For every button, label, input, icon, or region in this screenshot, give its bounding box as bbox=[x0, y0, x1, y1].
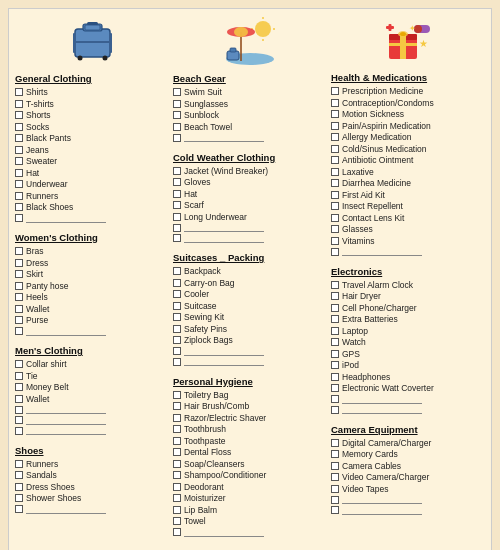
checkbox[interactable] bbox=[15, 88, 23, 96]
checkbox[interactable] bbox=[173, 267, 181, 275]
checkbox[interactable] bbox=[173, 201, 181, 209]
checkbox[interactable] bbox=[15, 270, 23, 278]
checkbox[interactable] bbox=[173, 528, 181, 536]
checkbox[interactable] bbox=[15, 305, 23, 313]
checkbox[interactable] bbox=[15, 123, 23, 131]
checkbox[interactable] bbox=[15, 169, 23, 177]
checkbox[interactable] bbox=[331, 202, 339, 210]
checkbox[interactable] bbox=[331, 450, 339, 458]
checkbox[interactable] bbox=[331, 384, 339, 392]
checkbox[interactable] bbox=[173, 290, 181, 298]
checkbox[interactable] bbox=[173, 234, 181, 242]
checkbox[interactable] bbox=[15, 100, 23, 108]
checkbox[interactable] bbox=[173, 402, 181, 410]
checkbox[interactable] bbox=[173, 190, 181, 198]
checkbox[interactable] bbox=[331, 496, 339, 504]
checkbox[interactable] bbox=[15, 293, 23, 301]
checkbox[interactable] bbox=[331, 156, 339, 164]
checkbox[interactable] bbox=[331, 122, 339, 130]
checkbox[interactable] bbox=[173, 437, 181, 445]
checkbox[interactable] bbox=[15, 247, 23, 255]
checkbox[interactable] bbox=[15, 383, 23, 391]
checkbox[interactable] bbox=[331, 327, 339, 335]
checkbox[interactable] bbox=[173, 88, 181, 96]
checkbox[interactable] bbox=[331, 315, 339, 323]
checkbox[interactable] bbox=[173, 325, 181, 333]
checkbox[interactable] bbox=[15, 483, 23, 491]
checkbox[interactable] bbox=[15, 372, 23, 380]
checkbox[interactable] bbox=[331, 225, 339, 233]
checkbox[interactable] bbox=[15, 111, 23, 119]
checkbox[interactable] bbox=[173, 123, 181, 131]
checkbox[interactable] bbox=[331, 292, 339, 300]
checkbox[interactable] bbox=[331, 462, 339, 470]
checkbox[interactable] bbox=[15, 427, 23, 435]
checkbox[interactable] bbox=[331, 168, 339, 176]
checkbox[interactable] bbox=[15, 134, 23, 142]
checkbox[interactable] bbox=[173, 391, 181, 399]
checkbox[interactable] bbox=[173, 425, 181, 433]
checkbox[interactable] bbox=[15, 214, 23, 222]
checkbox[interactable] bbox=[331, 281, 339, 289]
checkbox[interactable] bbox=[331, 506, 339, 514]
checkbox[interactable] bbox=[173, 494, 181, 502]
checkbox[interactable] bbox=[173, 213, 181, 221]
checkbox[interactable] bbox=[331, 237, 339, 245]
checkbox[interactable] bbox=[173, 358, 181, 366]
checkbox[interactable] bbox=[173, 448, 181, 456]
checkbox[interactable] bbox=[173, 483, 181, 491]
checkbox[interactable] bbox=[331, 406, 339, 414]
checkbox[interactable] bbox=[173, 471, 181, 479]
checkbox[interactable] bbox=[173, 517, 181, 525]
checkbox[interactable] bbox=[331, 473, 339, 481]
checkbox[interactable] bbox=[331, 361, 339, 369]
checkbox[interactable] bbox=[173, 336, 181, 344]
checkbox[interactable] bbox=[15, 494, 23, 502]
checkbox[interactable] bbox=[15, 360, 23, 368]
checkbox[interactable] bbox=[173, 167, 181, 175]
checkbox[interactable] bbox=[331, 87, 339, 95]
checkbox[interactable] bbox=[15, 192, 23, 200]
checkbox[interactable] bbox=[173, 178, 181, 186]
checkbox[interactable] bbox=[15, 157, 23, 165]
checkbox[interactable] bbox=[15, 416, 23, 424]
checkbox[interactable] bbox=[331, 439, 339, 447]
checkbox[interactable] bbox=[331, 373, 339, 381]
checkbox[interactable] bbox=[173, 460, 181, 468]
checkbox[interactable] bbox=[331, 191, 339, 199]
checkbox[interactable] bbox=[15, 460, 23, 468]
checkbox[interactable] bbox=[331, 110, 339, 118]
checkbox[interactable] bbox=[173, 100, 181, 108]
checkbox[interactable] bbox=[331, 248, 339, 256]
checkbox[interactable] bbox=[15, 203, 23, 211]
checkbox[interactable] bbox=[15, 471, 23, 479]
checkbox[interactable] bbox=[331, 338, 339, 346]
checkbox[interactable] bbox=[15, 406, 23, 414]
checkbox[interactable] bbox=[173, 313, 181, 321]
checkbox[interactable] bbox=[15, 146, 23, 154]
checkbox[interactable] bbox=[331, 145, 339, 153]
checkbox[interactable] bbox=[331, 133, 339, 141]
checkbox[interactable] bbox=[15, 282, 23, 290]
checkbox[interactable] bbox=[15, 395, 23, 403]
checkbox[interactable] bbox=[331, 485, 339, 493]
checkbox[interactable] bbox=[15, 505, 23, 513]
checkbox[interactable] bbox=[173, 506, 181, 514]
checkbox[interactable] bbox=[173, 414, 181, 422]
checkbox[interactable] bbox=[331, 99, 339, 107]
checkbox[interactable] bbox=[15, 327, 23, 335]
checkbox[interactable] bbox=[15, 316, 23, 324]
checkbox[interactable] bbox=[331, 395, 339, 403]
checkbox[interactable] bbox=[173, 302, 181, 310]
checkbox[interactable] bbox=[173, 111, 181, 119]
checkbox[interactable] bbox=[331, 350, 339, 358]
checkbox[interactable] bbox=[331, 179, 339, 187]
checkbox[interactable] bbox=[173, 134, 181, 142]
checkbox[interactable] bbox=[331, 214, 339, 222]
checkbox[interactable] bbox=[173, 347, 181, 355]
checkbox[interactable] bbox=[173, 279, 181, 287]
checkbox[interactable] bbox=[331, 304, 339, 312]
checkbox[interactable] bbox=[173, 224, 181, 232]
checkbox[interactable] bbox=[15, 259, 23, 267]
checkbox[interactable] bbox=[15, 180, 23, 188]
